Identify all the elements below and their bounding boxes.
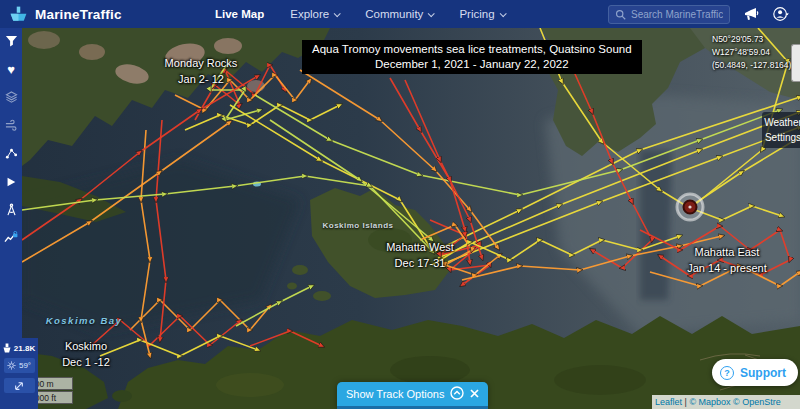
annotation-koskimo: Koskimo Dec 1 -12: [62, 339, 110, 370]
routes-icon[interactable]: [4, 146, 19, 161]
chevron-down-icon: [334, 10, 341, 17]
title-line-2: December 1, 2021 - January 22, 2022: [312, 57, 632, 72]
close-icon[interactable]: [470, 388, 479, 400]
support-button[interactable]: ? Support: [712, 359, 798, 386]
sun-icon: [7, 361, 16, 370]
megaphone-icon[interactable]: [743, 7, 759, 22]
annotation-mahatta-west: Mahatta West Dec 17-31: [386, 240, 454, 271]
nav-pricing[interactable]: Pricing: [459, 8, 504, 20]
layers-icon[interactable]: [4, 90, 19, 105]
vessel-count[interactable]: 21.8K: [3, 343, 35, 353]
show-track-options-label: Show Track Options: [346, 388, 444, 400]
annotation-mahatta-east: Mahatta East Jan 14 - present: [687, 245, 767, 276]
brand[interactable]: MarineTraffic: [0, 4, 215, 25]
expand-icon[interactable]: [4, 378, 35, 393]
nav-community[interactable]: Community: [365, 8, 433, 20]
coord-decimal: (50.4849, -127.8164): [712, 59, 791, 72]
map-title-annotation: Aqua Tromoy movements sea lice treatment…: [302, 40, 642, 74]
selected-vessel-marker[interactable]: [677, 194, 703, 220]
search-box[interactable]: [608, 5, 730, 24]
bottom-left-panel: 21.8K 59°: [0, 338, 38, 409]
place-label-koskimo-islands: Koskimo Islands: [322, 221, 393, 230]
coord-dms-lon: W127°48'59.04: [712, 46, 791, 59]
chevron-up-circle-icon[interactable]: [450, 386, 464, 402]
measure-icon[interactable]: [4, 202, 19, 217]
nav-live-map[interactable]: Live Map: [215, 8, 264, 20]
coord-dms-lat: N50°29'05.73: [712, 33, 791, 46]
cursor-coordinates: N50°29'05.73 W127°48'59.04 (50.4849, -12…: [712, 33, 791, 72]
osm-link[interactable]: © OpenStre: [731, 397, 781, 407]
main-nav: Live Map Explore Community Pricing: [215, 8, 505, 20]
map-attribution: Leaflet | © Mapbox © OpenStre: [652, 395, 800, 409]
support-label: Support: [740, 366, 786, 380]
question-icon: ?: [720, 366, 734, 380]
map-side-control-partial[interactable]: [791, 44, 800, 82]
marinetraffic-logo-icon: [8, 4, 29, 25]
search-input[interactable]: [631, 9, 723, 20]
account-icon[interactable]: [772, 5, 790, 23]
place-label-koskimo-bay: Koskimo Bay: [46, 315, 123, 326]
playback-icon[interactable]: [4, 174, 19, 189]
chevron-down-icon: [499, 10, 506, 17]
mapbox-link[interactable]: © Mapbox: [689, 397, 730, 407]
top-nav-bar: MarineTraffic Live Map Explore Community…: [0, 0, 800, 28]
title-line-1: Aqua Tromoy movements sea lice treatment…: [312, 42, 632, 57]
filter-icon[interactable]: [4, 34, 19, 49]
weather-settings-button[interactable]: Weather Settings: [762, 112, 800, 148]
search-icon: [615, 9, 626, 20]
temperature-button[interactable]: 59°: [4, 358, 35, 373]
marinetraffic-app: Aqua Tromoy movements sea lice treatment…: [0, 0, 800, 409]
chevron-down-icon: [428, 10, 435, 17]
nav-explore[interactable]: Explore: [290, 8, 339, 20]
show-track-options-button[interactable]: Show Track Options: [337, 382, 488, 409]
brand-name: MarineTraffic: [35, 7, 122, 22]
voyage-stats-lock-icon[interactable]: [4, 230, 19, 245]
wind-icon[interactable]: [4, 118, 19, 133]
leaflet-link[interactable]: Leaflet: [655, 397, 682, 407]
annotation-monday-rocks: Monday Rocks Jan 2- 12: [165, 56, 238, 87]
favorites-icon[interactable]: ♥: [4, 62, 19, 77]
ship-icon: [3, 343, 11, 353]
